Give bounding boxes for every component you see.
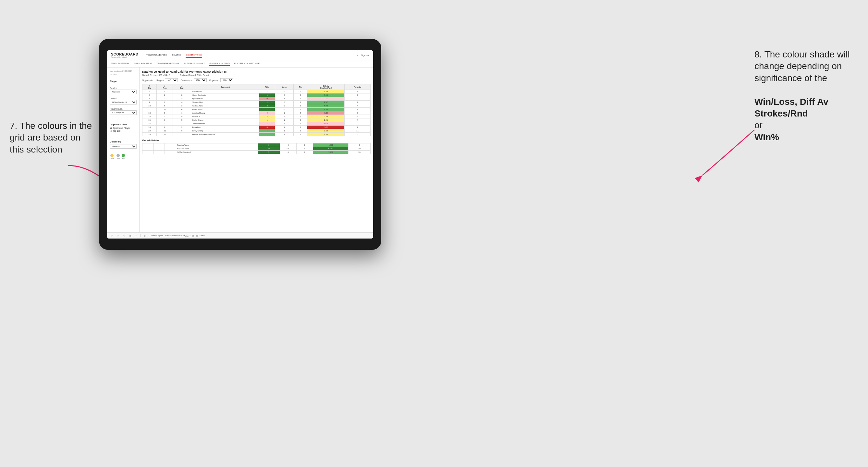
radio-top100[interactable]: Top 100 (110, 130, 136, 132)
cell-loss: 0 (280, 151, 296, 154)
cell-conf: 1 (173, 90, 191, 93)
sidebar-colour-by: Colour by Win/loss (110, 140, 136, 149)
toolbar-grid[interactable]: ⊞ (128, 234, 132, 237)
cell-tie: 0 (294, 104, 307, 108)
cell-tie: 0 (294, 122, 307, 126)
tablet-frame: SCOREBOARD Powered by clippd TOURNAMENTS… (99, 39, 381, 250)
cell-loss: 1 (275, 111, 294, 115)
out-table-row: NAIA Division 1 15 0 0 9.267 30 (143, 147, 371, 151)
subnav-player-summary[interactable]: PLAYER SUMMARY (184, 62, 205, 66)
out-of-division-table: Foreign Team 1 0 0 4.500 2 NAIA Division… (142, 143, 371, 154)
cell-div: 13 (143, 111, 157, 115)
cell-rounds: 4 (345, 119, 371, 122)
cell-conf (165, 144, 176, 147)
subnav-player-h2h-heatmap[interactable]: PLAYER H2H HEATMAP (234, 62, 259, 66)
cell-rounds: 2 (345, 126, 371, 129)
cell-conf: 1 (173, 111, 191, 115)
cell-opponent: NCAA Division 2 (176, 151, 258, 154)
overall-record-value: 353 - 34 - 6 (159, 74, 170, 76)
toolbar-cut[interactable]: ✂ (134, 234, 138, 237)
toolbar-undo[interactable]: ↩ (110, 234, 114, 237)
nav-committee[interactable]: COMMITTEE (186, 53, 202, 58)
legend-down: Down (110, 154, 114, 160)
cell-tie: 0 (297, 151, 313, 154)
cell-div: 18 (143, 126, 157, 129)
radio-opponents-played[interactable]: Opponents Played (110, 127, 136, 129)
cell-reg: 1 (157, 111, 173, 115)
nav-signout[interactable]: Sign out (361, 54, 369, 57)
toolbar-redo[interactable]: ↪ (122, 234, 126, 237)
cell-win: 1 (259, 93, 275, 97)
sidebar-gender-select[interactable]: Women's (110, 90, 136, 94)
sub-nav: TEAM SUMMARY TEAM H2H GRID TEAM H2H HEAT… (107, 60, 373, 67)
cell-div: 5 (143, 93, 157, 97)
cell-conf: 2 (173, 126, 191, 129)
toolbar-more-icon[interactable]: ⊟ (196, 235, 197, 237)
cell-opponent: Andrea York (191, 104, 259, 108)
cell-conf: 3 (173, 97, 191, 101)
subnav-team-h2h-grid[interactable]: TEAM H2H GRID (134, 62, 152, 66)
cell-rounds: 6 (345, 133, 371, 136)
filter-region-select[interactable]: (All) (165, 78, 178, 82)
filter-opponents-label: Opponents: (142, 79, 154, 82)
cell-opponent: Sydney Kuo (191, 97, 259, 101)
col-header-tie: Tie (294, 84, 307, 90)
subnav-team-summary[interactable]: TEAM SUMMARY (111, 62, 129, 66)
sidebar: Last Updated: 27/03/2024 16:55:38 Player… (107, 67, 140, 232)
share-label: Share (199, 235, 205, 237)
cell-tie: 0 (294, 101, 307, 104)
subnav-player-h2h-grid[interactable]: PLAYER H2H GRID (209, 62, 230, 66)
cell-win: 0 (259, 126, 275, 129)
cell-rounds: 2 (348, 144, 371, 147)
cell-loss: 1 (275, 126, 294, 129)
toolbar-timer[interactable]: ⊙ (143, 234, 147, 237)
main-content: Last Updated: 27/03/2024 16:55:38 Player… (107, 67, 373, 232)
legend-level-label: Level (116, 158, 120, 160)
filter-conference-label: Conference (180, 79, 192, 82)
cell-div: 10 (143, 104, 157, 108)
cell-win: 0 (259, 111, 275, 115)
toolbar-undo2[interactable]: ↩ (116, 234, 120, 237)
toolbar-save-custom[interactable]: Save Custom View (165, 235, 182, 237)
cell-opponent: NAIA Division 1 (176, 147, 258, 151)
cell-div: 9 (143, 101, 157, 104)
grid-title: Katelyn Vo Head-to-Head Grid for Women's… (142, 70, 371, 73)
filter-row: Opponents: Region (All) Conference (All) (142, 78, 371, 82)
cell-reg: 11 (157, 108, 173, 111)
cell-diff: 3.33 (307, 108, 345, 111)
cell-div: 6 (143, 97, 157, 101)
out-table-row: NCAA Division 2 5 0 0 7.400 10 (143, 151, 371, 154)
cell-loss: 1 (275, 133, 294, 136)
table-row: 20 11 6 Emily Chang 4 1 0 0.30 11 (143, 129, 371, 133)
colour-by-select[interactable]: Win/loss (110, 144, 136, 149)
table-row: 13 1 1 Jessica Huang 0 1 2 -3.00 2 (143, 111, 371, 115)
filter-opponent-select[interactable]: (All) (220, 78, 233, 82)
cell-conf: 5 (173, 119, 191, 122)
cell-rounds: 3 (345, 101, 371, 104)
cell-loss: 0 (280, 144, 296, 147)
nav-tournaments[interactable]: TOURNAMENTS (146, 53, 167, 58)
cell-conf: 7 (173, 133, 191, 136)
cell-conf: 4 (173, 115, 191, 119)
sidebar-division-select[interactable]: NCAA Division III (110, 100, 136, 104)
logo-sub: Powered by clippd (111, 56, 138, 58)
nav-teams[interactable]: TEAMS (172, 53, 181, 58)
subnav-team-h2h-heatmap[interactable]: TEAM H2H HEATMAP (156, 62, 180, 66)
sidebar-player-rank: Player (Rank) 8. Katelyn Vo (110, 108, 136, 115)
cell-opponent: Foreign Team (176, 144, 258, 147)
filter-conference-select[interactable]: (All) (194, 78, 207, 82)
logo-text: SCOREBOARD (111, 52, 138, 56)
toolbar-divider2 (149, 234, 149, 237)
cell-loss: 1 (275, 119, 294, 122)
cell-div (143, 151, 154, 154)
toolbar-watch[interactable]: Watch ▾ (183, 235, 190, 237)
sidebar-player-rank-select[interactable]: 8. Katelyn Vo (110, 110, 136, 115)
sidebar-opponent-view: Opponent view Opponents Played Top 100 (110, 123, 136, 132)
toolbar-share[interactable]: Share (199, 235, 205, 237)
cell-diff: 9.267 (313, 147, 348, 151)
toolbar-share-icon[interactable]: ⊡ (192, 235, 194, 237)
table-row: 11 11 6 Heejo Hyun 1 0 0 3.33 3 (143, 108, 371, 111)
toolbar-view-original[interactable]: View: Original (151, 235, 163, 237)
col-header-div: #Div (143, 84, 157, 90)
cell-conf (165, 151, 176, 154)
